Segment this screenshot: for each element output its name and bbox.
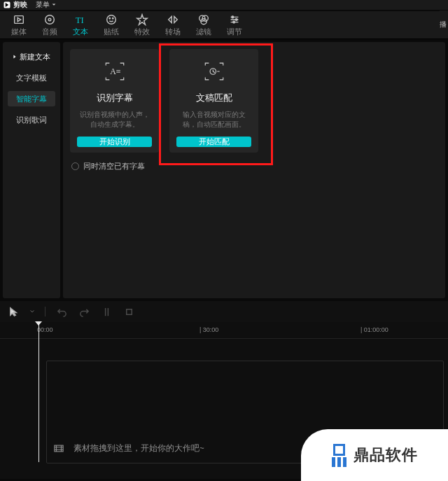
tab-effect[interactable]: 特效 [134,13,150,37]
svg-text:TI: TI [76,15,84,25]
playhead[interactable] [38,322,39,462]
divider [45,307,46,316]
effect-icon [136,13,148,26]
sidebar-item-label: 识别歌词 [16,115,47,125]
transition-icon [167,13,179,26]
svg-point-7 [113,18,113,18]
svg-point-13 [233,21,235,23]
timeline-toolbar [0,301,448,322]
pointer-tool[interactable] [7,305,20,318]
svg-rect-17 [55,445,63,452]
right-panel-stub: 播 [440,11,448,39]
menu-dropdown[interactable]: 菜单 [36,0,57,10]
menu-label: 菜单 [36,0,50,10]
tab-label: 转场 [165,27,181,37]
main-panel: A≡ 识别字幕 识别音视频中的人声，自动生成字幕。 开始识别 文稿匹配 输入音视… [63,42,445,298]
tab-adjust[interactable]: 调节 [227,13,242,37]
primary-tabs: 媒体 音频 TI 文本 贴纸 特效 转场 滤镜 调节 [0,11,448,39]
delete-button[interactable] [122,305,135,318]
tab-label: 调节 [227,27,242,37]
app-name: 剪映 [13,0,27,10]
sidebar-item-smart-subtitle[interactable]: 智能字幕 [8,91,55,106]
clear-subtitles-option[interactable]: 同时清空已有字幕 [70,161,438,172]
recognize-subtitle-icon: A≡ [103,61,127,82]
start-recognize-button[interactable]: 开始识别 [77,137,152,147]
tab-label: 滤镜 [196,27,211,37]
tab-audio[interactable]: 音频 [42,13,57,37]
svg-point-5 [107,15,116,24]
caret-right-icon [12,54,18,60]
media-icon [13,13,25,26]
tab-label: 贴纸 [104,27,119,37]
content-row: 新建文本 文字模板 智能字幕 识别歌词 A≡ 识别字幕 识别音视频中的人声，自动… [0,39,448,298]
card-desc: 输入音视频对应的文稿，自动匹配画面。 [176,110,251,130]
logo-icon [3,1,11,9]
clip-icon [54,445,64,452]
svg-rect-1 [15,15,24,23]
svg-point-6 [109,18,110,18]
cards-row: A≡ 识别字幕 识别音视频中的人声，自动生成字幕。 开始识别 文稿匹配 输入音视… [70,49,438,153]
svg-point-11 [232,16,234,18]
svg-point-3 [48,18,51,21]
filter-icon [197,13,210,26]
card-script-match: 文稿匹配 输入音视频对应的文稿，自动匹配画面。 开始匹配 [169,49,258,153]
tab-text[interactable]: TI 文本 [73,13,88,37]
svg-rect-16 [126,309,132,314]
ruler[interactable]: 00:00 | 30:00 | 01:00:00 [0,322,448,339]
watermark: 鼎品软件 [301,429,448,481]
redo-button[interactable] [78,305,90,318]
tab-sticker[interactable]: 贴纸 [104,13,119,37]
sidebar-item-new-text[interactable]: 新建文本 [8,49,55,64]
tab-label: 文本 [73,27,88,37]
script-match-icon [202,61,226,82]
tab-label: 特效 [134,27,150,37]
text-icon: TI [74,13,87,26]
tick-label: | 30:00 [200,326,218,333]
watermark-text: 鼎品软件 [354,445,418,466]
tab-media[interactable]: 媒体 [11,13,27,37]
svg-text:A≡: A≡ [110,67,121,76]
hint-text: 素材拖拽到这里，开始你的大作吧~ [74,443,204,454]
card-recognize-subtitle: A≡ 识别字幕 识别音视频中的人声，自动生成字幕。 开始识别 [70,49,159,153]
adjust-icon [228,13,241,26]
card-desc: 识别音视频中的人声，自动生成字幕。 [77,110,152,130]
tick-label: | 01:00:00 [360,326,388,333]
tab-transition[interactable]: 转场 [165,13,181,37]
sidebar-item-label: 智能字幕 [16,94,47,104]
checkbox-icon[interactable] [71,162,79,170]
svg-point-2 [46,15,55,24]
tick-label: 00:00 [37,326,53,333]
text-sidebar: 新建文本 文字模板 智能字幕 识别歌词 [3,42,60,298]
chevron-down-icon[interactable] [29,309,35,314]
app-logo: 剪映 [3,0,27,10]
tab-label: 媒体 [11,27,27,37]
titlebar: 剪映 菜单 [0,0,448,10]
sidebar-item-template[interactable]: 文字模板 [8,70,55,85]
start-match-button[interactable]: 开始匹配 [176,137,251,147]
tab-filter[interactable]: 滤镜 [196,13,211,37]
tab-label: 音频 [42,27,57,37]
drop-hint: 素材拖拽到这里，开始你的大作吧~ [54,443,204,454]
sidebar-item-recognize-lyrics[interactable]: 识别歌词 [8,112,55,127]
split-button[interactable] [100,305,113,318]
sidebar-item-label: 文字模板 [16,73,47,83]
sidebar-item-label: 新建文本 [20,52,50,62]
chevron-down-icon [51,2,57,8]
card-title: 识别字幕 [97,92,133,104]
audio-icon [43,13,56,26]
checkbox-label: 同时清空已有字幕 [83,161,145,172]
undo-button[interactable] [55,305,68,318]
card-title: 文稿匹配 [196,92,232,104]
sticker-icon [105,13,118,26]
svg-point-12 [235,18,237,20]
watermark-logo-icon [332,444,346,467]
